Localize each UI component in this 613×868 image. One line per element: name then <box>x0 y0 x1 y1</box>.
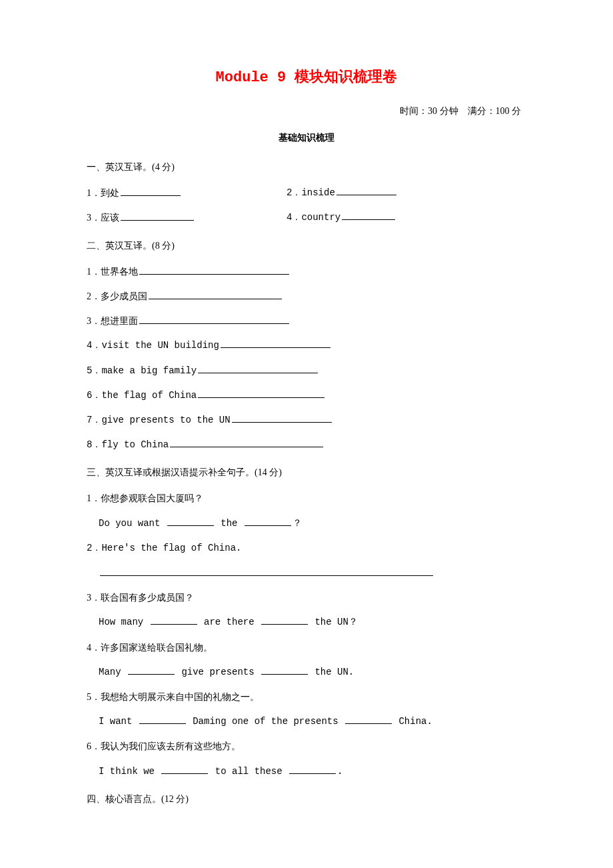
s3-a3a: How many <box>99 617 149 627</box>
worksheet-page: Module 9 模块知识梳理卷 时间：30 分钟 满分：100 分 基础知识梳… <box>0 0 613 857</box>
s3-q3: 3．联合国有多少成员国？ <box>87 589 526 606</box>
s2-q3-text: 3．想进里面 <box>87 316 138 326</box>
blank-field[interactable] <box>128 665 175 675</box>
s3-a6b: to all these <box>209 766 288 777</box>
meta-info: 时间：30 分钟 满分：100 分 <box>87 105 526 117</box>
s3-a5b: Daming one of the presents <box>187 716 344 727</box>
page-title: Module 9 模块知识梳理卷 <box>87 67 526 87</box>
section-subtitle: 基础知识梳理 <box>87 132 526 144</box>
blank-field[interactable] <box>121 186 181 196</box>
s3-a1b: the <box>215 518 243 529</box>
s1-q1: 1．到处 <box>87 185 287 201</box>
s2-q1: 1．世界各地 <box>87 263 526 280</box>
s2-q6-text: 6．the flag of China <box>87 390 197 401</box>
s3-a6a: I think we <box>99 766 160 777</box>
s3-q1: 1．你想参观联合国大厦吗？ <box>87 490 526 507</box>
s2-q2: 2．多少成员国 <box>87 288 526 305</box>
s1-row-1: 1．到处 2．inside <box>87 185 526 201</box>
s3-q5: 5．我想给大明展示来自中国的礼物之一。 <box>87 689 526 705</box>
s2-q8: 8．fly to China <box>87 437 526 453</box>
s2-q4: 4．visit the UN building <box>87 337 526 354</box>
s3-a3b: are there <box>199 617 260 627</box>
s2-q2-text: 2．多少成员国 <box>87 291 147 301</box>
s3-a5a: I want <box>99 716 138 727</box>
blank-field[interactable] <box>342 210 395 220</box>
s3-q2: 2．Here's the flag of China. <box>87 540 526 557</box>
blank-field[interactable] <box>232 413 332 423</box>
blank-field[interactable] <box>289 764 336 774</box>
s3-a4a: Many <box>99 667 127 677</box>
s3-a3c: the UN？ <box>309 617 358 627</box>
s2-q8-text: 8．fly to China <box>87 439 169 450</box>
blank-field[interactable] <box>345 714 392 724</box>
s1-row-2: 3．应该 4．country <box>87 209 526 226</box>
s2-q7-text: 7．give presents to the UN <box>87 415 231 425</box>
s3-a2 <box>87 565 526 581</box>
s2-q5-text: 5．make a big family <box>87 365 197 376</box>
s3-a4: Many give presents the UN. <box>87 664 526 681</box>
blank-field[interactable] <box>245 516 291 526</box>
s3-a3: How many are there the UN？ <box>87 614 526 631</box>
section-1-head: 一、英汉互译。(4 分) <box>87 159 526 175</box>
s2-q5: 5．make a big family <box>87 363 526 379</box>
s1-q1-text: 1．到处 <box>87 188 119 198</box>
s1-q4: 4．country <box>287 209 526 226</box>
s1-q3-text: 3．应该 <box>87 213 119 223</box>
blank-field[interactable] <box>261 615 308 625</box>
s1-q4-text: 4．country <box>287 212 340 223</box>
blank-field[interactable] <box>198 388 324 398</box>
blank-field[interactable] <box>139 265 289 275</box>
blank-field[interactable] <box>151 615 197 625</box>
section-3-head: 三、英汉互译或根据汉语提示补全句子。(14 分) <box>87 464 526 481</box>
blank-field[interactable] <box>139 314 289 324</box>
blank-field[interactable] <box>100 566 433 576</box>
s3-a1a: Do you want <box>99 518 166 529</box>
s2-q1-text: 1．世界各地 <box>87 267 138 277</box>
s2-q6: 6．the flag of China <box>87 387 526 404</box>
s3-q4: 4．许多国家送给联合国礼物。 <box>87 639 526 656</box>
blank-field[interactable] <box>221 338 330 348</box>
s1-q2: 2．inside <box>287 185 526 201</box>
s3-a4b: give presents <box>176 667 260 677</box>
blank-field[interactable] <box>170 437 323 447</box>
blank-field[interactable] <box>336 185 396 195</box>
s2-q7: 7．give presents to the UN <box>87 412 526 429</box>
blank-field[interactable] <box>139 714 186 724</box>
blank-field[interactable] <box>198 363 318 373</box>
blank-field[interactable] <box>161 764 208 774</box>
s3-a5: I want Daming one of the presents China. <box>87 713 526 730</box>
s1-q3: 3．应该 <box>87 209 287 226</box>
s3-a6c: . <box>337 766 342 777</box>
s2-q3: 3．想进里面 <box>87 313 526 329</box>
section-4-head: 四、核心语言点。(12 分) <box>87 791 526 807</box>
section-2-head: 二、英汉互译。(8 分) <box>87 237 526 254</box>
blank-field[interactable] <box>261 665 308 675</box>
blank-field[interactable] <box>121 211 194 221</box>
s1-q2-text: 2．inside <box>287 187 335 198</box>
blank-field[interactable] <box>149 289 282 299</box>
s3-q6: 6．我认为我们应该去所有这些地方。 <box>87 738 526 755</box>
blank-field[interactable] <box>167 516 214 526</box>
s3-a1: Do you want the ？ <box>87 515 526 532</box>
s3-a5c: China. <box>393 716 432 727</box>
s3-a4c: the UN. <box>309 667 354 677</box>
s3-a6: I think we to all these . <box>87 763 526 780</box>
s3-a1c: ？ <box>293 518 302 529</box>
s2-q4-text: 4．visit the UN building <box>87 340 219 351</box>
